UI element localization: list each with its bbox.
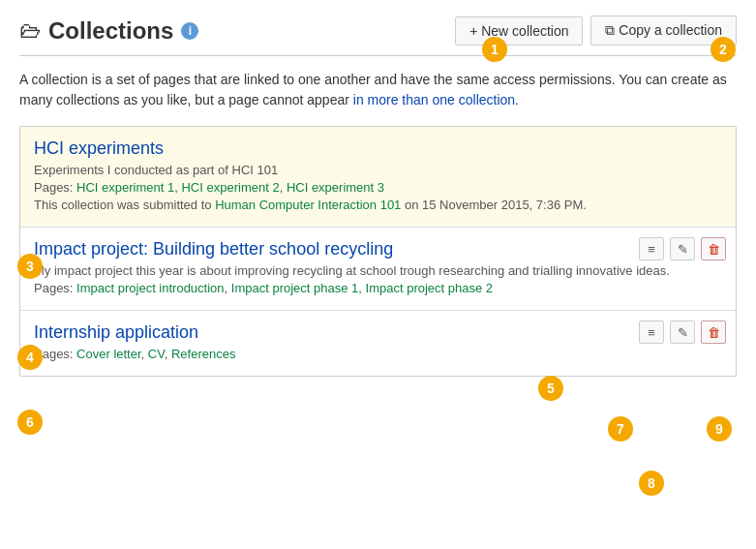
info-icon[interactable]: i [181,22,198,40]
page-header: 🗁 Collections i + New collection ⧉ Copy … [19,15,737,56]
callout-6: 6 [17,410,43,435]
page-link-impact-intro[interactable]: Impact project introduction [76,281,224,295]
delete-icon-internship[interactable]: 🗑 [701,320,726,344]
page-link-cover-letter[interactable]: Cover letter [76,347,140,361]
collection-item-impact: Impact project: Building better school r… [20,228,736,311]
list-icon-internship[interactable]: ≡ [639,320,664,344]
collection-desc-hci: Experiments I conducted as part of HCI 1… [34,163,722,177]
page-title: Collections [48,17,173,45]
callout-4: 4 [17,345,43,370]
page-link-references[interactable]: References [171,347,235,361]
folder-icon: 🗁 [19,18,41,44]
callout-7: 7 [608,416,633,442]
callout-3: 3 [17,254,43,279]
callout-1: 1 [482,37,507,62]
collection-submitted-hci: This collection was submitted to Human C… [34,198,722,212]
collection-title-impact[interactable]: Impact project: Building better school r… [34,239,722,259]
page-link-hci1[interactable]: HCI experiment 1 [76,180,174,195]
collection-item-internship: Internship application Pages: Cover lett… [20,311,736,376]
page-link-hci2[interactable]: HCI experiment 2 [181,180,279,195]
page-link-impact-phase1[interactable]: Impact project phase 1 [231,281,359,295]
new-collection-button[interactable]: + New collection [455,16,583,46]
collection-item-hci: HCI experiments Experiments I conducted … [20,127,736,228]
list-icon-impact[interactable]: ≡ [639,237,664,260]
collection-title-internship[interactable]: Internship application [34,322,722,343]
collection-actions-impact: ≡ ✎ 🗑 [639,237,726,260]
edit-icon-internship[interactable]: ✎ [670,320,695,344]
collection-desc-impact: My impact project this year is about imp… [34,263,722,278]
submitted-link-hci[interactable]: Human Computer Interaction 101 [215,198,401,212]
collection-pages-internship: Pages: Cover letter, CV, References [34,347,722,361]
collection-actions-internship: ≡ ✎ 🗑 [639,320,726,344]
callout-2: 2 [711,37,736,62]
page-link-hci3[interactable]: HCI experiment 3 [287,180,384,195]
callout-8: 8 [639,471,664,496]
page-link-cv[interactable]: CV [148,347,165,361]
callout-5: 5 [538,376,563,401]
header-left: 🗁 Collections i [19,17,198,45]
collection-title-hci[interactable]: HCI experiments [34,138,722,159]
page-link-impact-phase2[interactable]: Impact project phase 2 [366,281,494,295]
callout-9: 9 [707,416,732,442]
description-link[interactable]: in more than one collection. [353,92,519,107]
collection-pages-impact: Pages: Impact project introduction, Impa… [34,281,722,295]
edit-icon-impact[interactable]: ✎ [670,237,695,260]
description-text: A collection is a set of pages that are … [19,70,737,110]
collection-pages-hci: Pages: HCI experiment 1, HCI experiment … [34,180,722,195]
delete-icon-impact[interactable]: 🗑 [701,237,726,260]
collections-list: HCI experiments Experiments I conducted … [19,126,737,377]
